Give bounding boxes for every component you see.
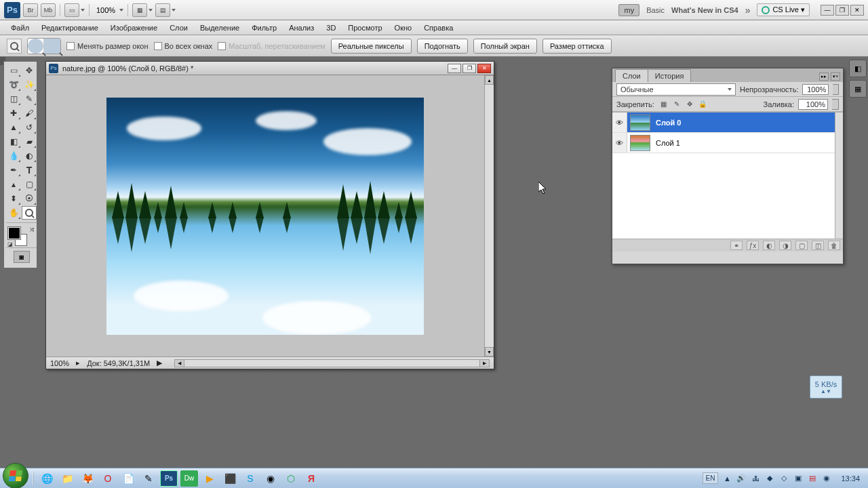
- doc-minimize-button[interactable]: —: [448, 64, 461, 73]
- whats-new-button[interactable]: What's New in CS4: [671, 6, 738, 14]
- pen-tool[interactable]: ✒: [6, 163, 21, 177]
- color-swatches[interactable]: ⤭ ◪: [6, 222, 37, 245]
- taskbar-photoshop-icon[interactable]: Ps: [160, 470, 178, 487]
- language-indicator[interactable]: EN: [703, 472, 719, 484]
- document-titlebar[interactable]: Ps nature.jpg @ 100% (Слой 0, RGB/8#) * …: [46, 62, 494, 75]
- taskbar-explorer-icon[interactable]: 📁: [58, 470, 76, 487]
- layer-row[interactable]: 👁 Слой 0: [612, 113, 843, 133]
- new-group-icon[interactable]: ▢: [795, 241, 808, 250]
- brush-tool[interactable]: 🖌: [22, 106, 37, 120]
- tray-up-icon[interactable]: ▲: [722, 473, 732, 484]
- tray-volume-icon[interactable]: 🔊: [736, 473, 747, 484]
- dock-swatches-icon[interactable]: ▦: [849, 80, 867, 98]
- menu-analysis[interactable]: Анализ: [283, 22, 319, 34]
- scroll-down-icon[interactable]: ▼: [485, 347, 494, 357]
- layer-name[interactable]: Слой 0: [653, 119, 681, 127]
- 3d-camera-tool[interactable]: ⦿: [22, 192, 37, 205]
- doc-close-button[interactable]: ✕: [477, 64, 491, 73]
- taskbar-ie-icon[interactable]: 🌐: [38, 470, 56, 487]
- quick-mask-toggle[interactable]: ◙: [6, 247, 37, 266]
- new-layer-icon[interactable]: ◫: [812, 241, 824, 250]
- minimize-button[interactable]: —: [821, 5, 834, 16]
- doc-maximize-button[interactable]: ❐: [462, 64, 476, 73]
- menu-image[interactable]: Изображение: [105, 22, 163, 34]
- tray-app1-icon[interactable]: ◆: [764, 473, 775, 484]
- bridge-button[interactable]: Br: [23, 3, 38, 17]
- 3d-tool[interactable]: ⬍: [6, 192, 21, 205]
- fill-spinner[interactable]: [832, 99, 839, 110]
- actual-pixels-button[interactable]: Реальные пикселы: [331, 39, 412, 54]
- taskbar-clock[interactable]: 13:34: [835, 474, 865, 483]
- tray-app5-icon[interactable]: ◉: [821, 473, 832, 484]
- gradient-tool[interactable]: ▰: [22, 135, 37, 148]
- more-workspaces-icon[interactable]: »: [745, 5, 751, 16]
- screen-mode-dropdown[interactable]: ▭: [64, 3, 85, 17]
- scroll-right-icon[interactable]: ▶: [479, 360, 489, 367]
- taskbar-yandex-icon[interactable]: Я: [302, 470, 320, 487]
- layer-row[interactable]: 👁 Слой 1: [612, 133, 843, 153]
- link-layers-icon[interactable]: ⚭: [730, 241, 743, 250]
- tray-app4-icon[interactable]: ▤: [807, 473, 818, 484]
- menu-file[interactable]: Файл: [5, 22, 35, 34]
- scrubby-zoom-checkbox[interactable]: Масштаб. перетаскиванием: [218, 42, 325, 50]
- history-brush-tool[interactable]: ↺: [22, 121, 37, 134]
- taskbar-firefox-icon[interactable]: 🦊: [79, 470, 96, 487]
- menu-layer[interactable]: Слои: [164, 22, 193, 34]
- shape-tool[interactable]: ▢: [22, 178, 37, 191]
- panel-collapse-icon[interactable]: ▸▸: [819, 73, 829, 81]
- scroll-left-icon[interactable]: ◀: [175, 360, 184, 367]
- default-colors-icon[interactable]: ◪: [7, 241, 13, 247]
- tab-history[interactable]: История: [648, 69, 692, 82]
- delete-layer-icon[interactable]: 🗑: [828, 241, 840, 250]
- menu-view[interactable]: Просмотр: [342, 22, 387, 34]
- extras-dropdown[interactable]: ▤: [155, 3, 176, 17]
- network-speed-widget[interactable]: 5 KB/s▲▼: [810, 375, 842, 399]
- arrange-dropdown[interactable]: ▦: [132, 3, 153, 17]
- taskbar-skype-icon[interactable]: S: [241, 470, 259, 487]
- tray-app3-icon[interactable]: ▣: [793, 473, 804, 484]
- menu-window[interactable]: Окно: [389, 22, 418, 34]
- swap-colors-icon[interactable]: ⤭: [29, 226, 35, 233]
- menu-select[interactable]: Выделение: [195, 22, 245, 34]
- eraser-tool[interactable]: ◧: [6, 135, 21, 148]
- taskbar-dreamweaver-icon[interactable]: Dw: [180, 470, 198, 487]
- crop-tool[interactable]: ◫: [6, 92, 21, 106]
- type-tool[interactable]: T: [22, 163, 37, 177]
- fit-screen-button[interactable]: Подогнать: [417, 39, 468, 54]
- my-workspace-button[interactable]: my: [618, 4, 639, 16]
- close-button[interactable]: ✕: [850, 5, 864, 16]
- layer-mask-icon[interactable]: ◐: [763, 241, 775, 250]
- zoom-level-dropdown[interactable]: 100%: [94, 6, 123, 14]
- zoom-in-icon[interactable]: [28, 39, 44, 54]
- tray-app2-icon[interactable]: ◇: [778, 473, 789, 484]
- taskbar-editor-icon[interactable]: ✎: [140, 470, 157, 487]
- layer-name[interactable]: Слой 1: [653, 139, 680, 147]
- taskbar-notepad-icon[interactable]: 📄: [119, 470, 137, 487]
- vertical-scrollbar[interactable]: ▲ ▼: [484, 75, 494, 357]
- lock-transparency-icon[interactable]: ▦: [658, 100, 669, 109]
- menu-3d[interactable]: 3D: [321, 22, 341, 34]
- menu-help[interactable]: Справка: [418, 22, 458, 34]
- current-tool-icon[interactable]: [7, 39, 22, 54]
- lasso-tool[interactable]: ➰: [6, 78, 21, 92]
- visibility-toggle-icon[interactable]: 👁: [612, 113, 627, 132]
- dodge-tool[interactable]: ◐: [22, 149, 37, 163]
- cs-live-button[interactable]: CS Live ▾: [757, 3, 810, 16]
- lock-position-icon[interactable]: ✥: [684, 100, 695, 109]
- hand-tool[interactable]: ✋: [6, 206, 21, 220]
- blur-tool[interactable]: 💧: [6, 149, 21, 163]
- lock-all-icon[interactable]: 🔒: [697, 100, 708, 109]
- start-button[interactable]: [3, 463, 28, 489]
- status-menu-icon[interactable]: ▶: [157, 359, 162, 367]
- basic-workspace-button[interactable]: Basic: [646, 6, 665, 14]
- layer-thumbnail[interactable]: [630, 115, 650, 131]
- move-tool[interactable]: ✥: [22, 64, 37, 77]
- taskbar-chrome-icon[interactable]: ◉: [262, 470, 279, 487]
- full-screen-button[interactable]: Полный экран: [473, 39, 537, 54]
- print-size-button[interactable]: Размер оттиска: [542, 39, 612, 54]
- visibility-toggle-icon[interactable]: 👁: [612, 133, 627, 152]
- menu-filter[interactable]: Фильтр: [246, 22, 282, 34]
- status-info-icon[interactable]: ▸: [76, 359, 80, 367]
- restore-button[interactable]: ❐: [835, 5, 849, 16]
- scroll-up-icon[interactable]: ▲: [485, 75, 494, 85]
